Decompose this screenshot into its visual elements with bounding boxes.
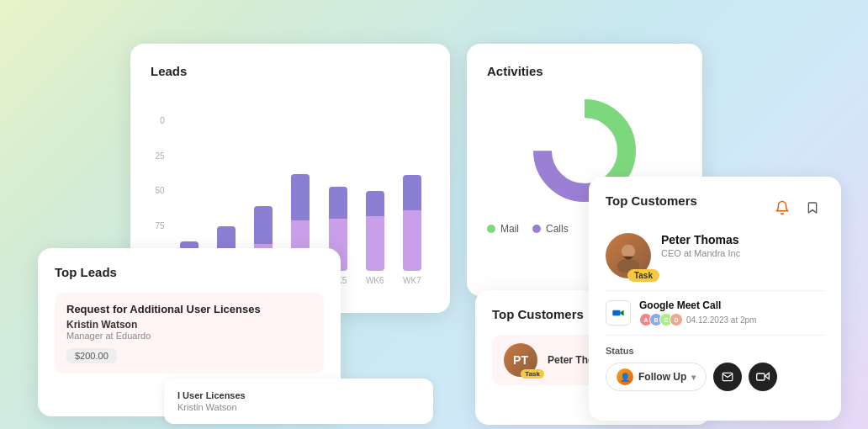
follow-up-button[interactable]: 👤 Follow Up ▾ [606, 363, 707, 391]
second-lead-person: Kristin Watson [177, 402, 420, 412]
bell-icon-btn[interactable] [770, 196, 794, 220]
meet-time: A B C D 04.12.2023 at 2pm [639, 313, 824, 326]
customer-avatar-wrap: Task [606, 233, 651, 278]
legend-mail-dot [487, 225, 495, 233]
partial-avatar-initials: PT [513, 353, 528, 367]
bar-group-1 [175, 103, 204, 271]
attendee-avatars: A B C D [643, 313, 683, 326]
legend-mail: Mail [487, 223, 519, 235]
task-badge: Task [627, 269, 659, 282]
x-label-wk7: WK7 [398, 276, 426, 285]
follow-up-label: Follow Up [638, 371, 686, 383]
chevron-down-icon: ▾ [691, 373, 696, 382]
leads-second-partial: l User Licenses Kristin Watson [164, 379, 433, 424]
lead-deal-title: Request for Additional User Licenses [66, 303, 312, 315]
bar-group-2 [212, 103, 241, 271]
customer-name: Peter Thomas [661, 233, 824, 246]
partial-customer-avatar: PT Task [504, 343, 537, 377]
customer-info: Peter Thomas CEO at Mandra Inc [661, 233, 824, 258]
follow-up-icon: 👤 [617, 368, 633, 385]
attendee-4: D [670, 313, 683, 326]
leads-card-title: Leads [151, 64, 430, 78]
lead-person: Kristin Watson [66, 319, 312, 331]
legend-calls-label: Calls [546, 223, 569, 235]
meet-details: Google Meet Call A B C D 04.12.2023 at 2… [639, 299, 824, 326]
top-leads-title: Top Leads [55, 265, 324, 279]
svg-point-2 [622, 245, 635, 258]
bars-row [172, 103, 430, 271]
activities-card-title: Activities [487, 64, 682, 78]
y-label-4: 0 [151, 117, 165, 125]
x-label-wk6: WK6 [361, 276, 389, 285]
meet-row: Google Meet Call A B C D 04.12.2023 at 2… [606, 290, 824, 336]
bookmark-icon-btn[interactable] [801, 196, 824, 220]
legend-mail-label: Mail [500, 223, 519, 235]
status-actions: 👤 Follow Up ▾ [606, 363, 824, 391]
y-label-2: 50 [151, 187, 165, 195]
video-icon-btn[interactable] [749, 363, 777, 391]
lead-amount: $200.00 [66, 348, 117, 363]
header-icons [770, 196, 824, 220]
partial-task-badge: Task [521, 369, 544, 379]
google-meet-icon [606, 300, 631, 326]
top-customers-main-card: Top Customers [589, 177, 841, 421]
bar-group-5 [323, 103, 352, 271]
email-icon-btn[interactable] [713, 363, 742, 391]
y-label-1: 75 [151, 222, 165, 230]
bar-group-7 [398, 103, 426, 271]
svg-rect-5 [757, 373, 765, 380]
svg-rect-4 [612, 310, 620, 316]
status-label: Status [606, 346, 824, 356]
customer-header: Task Peter Thomas CEO at Mandra Inc [606, 233, 824, 278]
bar-group-6 [361, 103, 389, 271]
lead-item: Request for Additional User Licenses Kri… [55, 293, 324, 373]
status-section: Status 👤 Follow Up ▾ [606, 346, 824, 391]
top-customers-card-title: Top Customers [606, 193, 697, 208]
second-lead-title: l User Licenses [177, 390, 420, 400]
legend-calls: Calls [532, 223, 569, 235]
meet-title: Google Meet Call [639, 299, 824, 311]
bar-group-4 [286, 103, 315, 271]
meet-datetime: 04.12.2023 at 2pm [686, 315, 756, 325]
legend-calls-dot [532, 225, 541, 233]
y-label-3: 25 [151, 152, 165, 161]
bar-group-3 [249, 103, 278, 271]
lead-company: Manager at Eduardo [66, 331, 312, 341]
customer-role: CEO at Mandra Inc [661, 248, 824, 258]
